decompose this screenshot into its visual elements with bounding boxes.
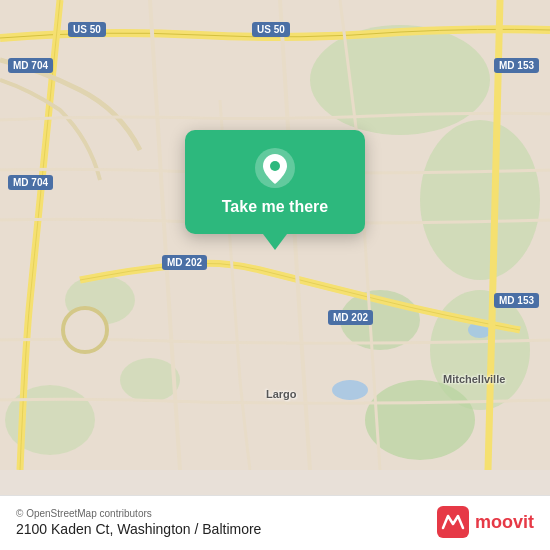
- svg-point-7: [365, 380, 475, 460]
- moovit-brand-text: moovit: [475, 512, 534, 533]
- badge-md153-mid: MD 153: [494, 293, 539, 308]
- bottom-left: © OpenStreetMap contributors 2100 Kaden …: [16, 508, 261, 537]
- attribution-text: © OpenStreetMap contributors: [16, 508, 261, 519]
- badge-md153-top: MD 153: [494, 58, 539, 73]
- location-pin-icon: [253, 146, 297, 190]
- badge-us50-right: US 50: [252, 22, 290, 37]
- badge-md202-left: MD 202: [162, 255, 207, 270]
- address-text: 2100 Kaden Ct, Washington / Baltimore: [16, 521, 261, 537]
- map-container: US 50 US 50 MD 704 MD 704 MD 153 MD 153 …: [0, 0, 550, 550]
- label-largo: Largo: [266, 388, 297, 400]
- badge-us50-left: US 50: [68, 22, 106, 37]
- label-mitchellville: Mitchellville: [443, 373, 505, 385]
- badge-md704-top: MD 704: [8, 58, 53, 73]
- popup-label: Take me there: [222, 198, 328, 216]
- svg-point-2: [420, 120, 540, 280]
- svg-point-9: [332, 380, 368, 400]
- svg-point-11: [63, 308, 107, 352]
- moovit-logo[interactable]: moovit: [437, 506, 534, 538]
- svg-point-13: [270, 161, 280, 171]
- bottom-bar: © OpenStreetMap contributors 2100 Kaden …: [0, 495, 550, 550]
- popup-card[interactable]: Take me there: [185, 130, 365, 234]
- badge-md202-right: MD 202: [328, 310, 373, 325]
- badge-md704-mid: MD 704: [8, 175, 53, 190]
- moovit-brand-icon: [437, 506, 469, 538]
